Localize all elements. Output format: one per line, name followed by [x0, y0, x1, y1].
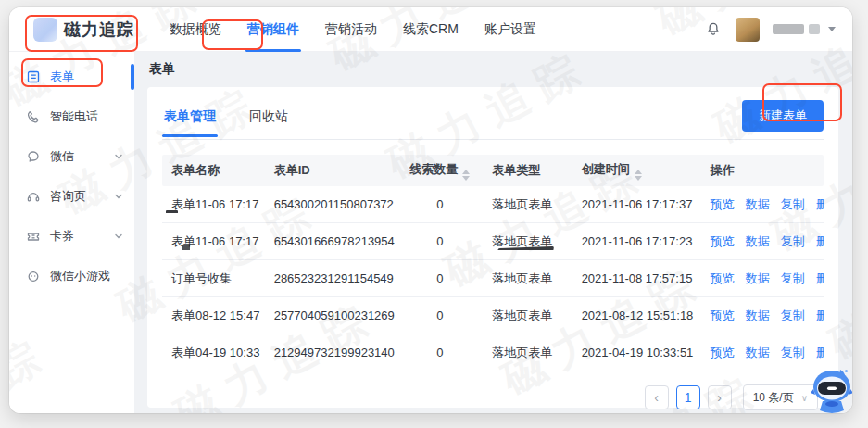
column-lead-count[interactable]: 线索数量: [396, 161, 483, 181]
nav-data-overview[interactable]: 数据概览: [157, 7, 234, 52]
created-time-cell: 2021-04-19 10:33:51: [572, 346, 701, 359]
user-avatar[interactable]: [736, 18, 760, 42]
lead-count-cell: 0: [396, 308, 483, 322]
nav-marketing-campaigns[interactable]: 营销活动: [312, 7, 390, 52]
data-link[interactable]: 数据: [746, 345, 770, 361]
coupon-icon: [26, 229, 41, 244]
form-name-cell: 表单11-06 17:17: [162, 196, 265, 213]
headset-icon: [26, 189, 41, 204]
copy-link[interactable]: 复制: [781, 271, 805, 287]
sidebar-item-wechat-minigame[interactable]: 微信小游戏: [9, 262, 134, 290]
sidebar-item-smart-phone[interactable]: 智能电话: [9, 103, 134, 131]
delete-link[interactable]: 删除: [816, 308, 824, 324]
preview-link[interactable]: 预览: [711, 345, 735, 361]
column-form-type[interactable]: 表单类型: [483, 162, 572, 179]
preview-link[interactable]: 预览: [711, 271, 735, 287]
lead-count-cell: 0: [396, 271, 483, 285]
actions-cell: 预览 数据 复制 删除: [701, 308, 824, 324]
sidebar: 表单 智能电话 微信 咨询页 卡券: [9, 52, 134, 413]
form-type-cell: 落地页表单: [483, 196, 572, 213]
actions-cell: 预览 数据 复制 删除: [701, 233, 824, 250]
app-window: 磁力追踪磁力追踪磁力追踪磁力追踪磁力追踪磁力追踪磁力追踪磁力追踪磁力追踪磁力追踪…: [9, 7, 852, 413]
form-id-cell: 212949732199923140: [265, 346, 397, 359]
sidebar-item-consult-page[interactable]: 咨询页: [9, 183, 134, 210]
data-link[interactable]: 数据: [746, 233, 770, 250]
next-page-button[interactable]: ›: [708, 385, 732, 409]
top-header: 磁力追踪 数据概览 营销组件 营销活动 线索CRM 账户设置: [9, 7, 852, 52]
page-size-value: 10 条/页: [753, 390, 794, 406]
copy-link[interactable]: 复制: [781, 233, 805, 250]
data-link[interactable]: 数据: [746, 271, 770, 287]
tab-bar: 表单管理 回收站 新建表单: [162, 100, 824, 140]
page-number-button[interactable]: 1: [676, 385, 700, 409]
sidebar-item-label: 卡券: [50, 228, 74, 245]
copy-link[interactable]: 复制: [781, 308, 805, 324]
table-row: 表单11-06 17:17 654300201150807372 0 落地页表单…: [162, 186, 824, 223]
table-row: 表单11-06 17:17 654301666978213954 0 落地页表单…: [162, 223, 824, 260]
column-form-id[interactable]: 表单ID: [265, 162, 397, 179]
main-area: 表单 表单管理 回收站 新建表单 表单名称 表单ID 线索数量 表单类型 创建时…: [134, 52, 852, 413]
data-link[interactable]: 数据: [746, 196, 770, 213]
service-robot-mascot[interactable]: [810, 367, 852, 413]
form-type-cell: 落地页表单: [483, 271, 572, 287]
form-name-cell: 表单08-12 15:47: [162, 308, 265, 324]
app-title: 磁力追踪: [64, 19, 134, 41]
delete-link[interactable]: 删除: [816, 196, 824, 213]
minigame-icon: [26, 269, 41, 283]
table-row: 表单04-19 10:33 212949732199923140 0 落地页表单…: [162, 334, 824, 371]
top-nav: 数据概览 营销组件 营销活动 线索CRM 账户设置: [157, 7, 549, 52]
preview-link[interactable]: 预览: [711, 308, 735, 324]
prev-page-button[interactable]: ‹: [645, 385, 669, 409]
table-row: 订单号收集 286523231291154549 0 落地页表单 2021-11…: [162, 260, 824, 297]
sidebar-item-label: 表单: [50, 69, 74, 85]
form-type-cell: 落地页表单: [483, 233, 572, 250]
chevron-down-icon: [828, 27, 836, 31]
sidebar-item-label: 微信小游戏: [50, 268, 110, 284]
created-time-cell: 2021-11-06 17:17:37: [572, 197, 701, 211]
sidebar-item-coupon[interactable]: 卡券: [9, 222, 134, 250]
page-size-select[interactable]: 10 条/页 ∨: [743, 384, 818, 410]
sidebar-item-label: 咨询页: [50, 188, 86, 205]
delete-link[interactable]: 删除: [816, 233, 824, 250]
sort-icon[interactable]: [462, 170, 470, 181]
form-id-cell: 654301666978213954: [265, 234, 397, 248]
bell-icon[interactable]: [704, 20, 723, 39]
preview-link[interactable]: 预览: [711, 196, 735, 213]
delete-link[interactable]: 删除: [816, 345, 824, 361]
nav-leads-crm[interactable]: 线索CRM: [390, 7, 472, 52]
form-icon: [26, 69, 41, 84]
nav-account-settings[interactable]: 账户设置: [472, 7, 549, 52]
lead-count-cell: 0: [396, 197, 483, 211]
sort-icon[interactable]: [635, 170, 642, 181]
nav-marketing-components[interactable]: 营销组件: [234, 7, 312, 52]
username-redacted[interactable]: [773, 24, 836, 34]
tab-form-management[interactable]: 表单管理: [162, 103, 218, 136]
content-card: 表单管理 回收站 新建表单 表单名称 表单ID 线索数量 表单类型 创建时间 操…: [147, 87, 838, 408]
sidebar-item-wechat[interactable]: 微信: [9, 143, 134, 170]
form-id-cell: 654300201150807372: [265, 197, 397, 211]
username-blur-block: [773, 24, 804, 34]
tab-recycle-bin[interactable]: 回收站: [247, 103, 290, 136]
chevron-down-icon: [114, 152, 123, 161]
copy-link[interactable]: 复制: [781, 345, 805, 361]
sidebar-item-form[interactable]: 表单: [9, 63, 134, 91]
column-form-name[interactable]: 表单名称: [162, 162, 265, 179]
pagination: ‹ 1 › 10 条/页 ∨: [162, 384, 824, 410]
form-type-cell: 落地页表单: [483, 345, 572, 361]
data-link[interactable]: 数据: [746, 308, 770, 324]
app-logo[interactable]: 磁力追踪: [33, 18, 134, 42]
copy-link[interactable]: 复制: [781, 196, 805, 213]
created-time-cell: 2021-08-12 15:51:18: [572, 308, 701, 322]
table-body: 表单11-06 17:17 654300201150807372 0 落地页表单…: [162, 186, 824, 371]
column-created-time[interactable]: 创建时间: [572, 161, 701, 181]
delete-link[interactable]: 删除: [816, 271, 824, 287]
new-form-button[interactable]: 新建表单: [742, 100, 824, 132]
form-type-cell: 落地页表单: [483, 308, 572, 324]
app-logo-icon: [33, 18, 57, 42]
form-table: 表单名称 表单ID 线索数量 表单类型 创建时间 操作 表单11-06 17:1…: [162, 155, 824, 371]
username-blur-block: [809, 24, 820, 34]
sidebar-item-label: 微信: [50, 148, 74, 165]
chevron-down-icon: [114, 232, 123, 241]
preview-link[interactable]: 预览: [711, 233, 735, 250]
form-id-cell: 286523231291154549: [265, 271, 397, 285]
